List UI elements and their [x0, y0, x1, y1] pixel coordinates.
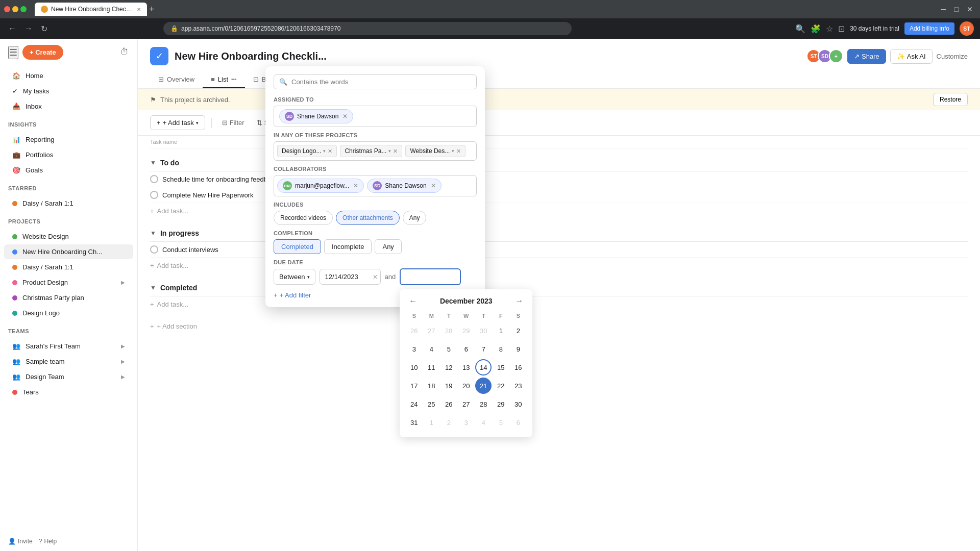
completion-any-btn[interactable]: Any — [375, 239, 401, 254]
cal-day-5[interactable]: 5 — [440, 341, 457, 357]
date-to-input[interactable] — [400, 268, 461, 285]
invite-btn[interactable]: 👤 Invite — [8, 538, 33, 545]
includes-any-btn[interactable]: Any — [403, 211, 427, 225]
cal-day-14-today[interactable]: 14 — [475, 359, 492, 375]
timer-icon[interactable]: ⏱ — [120, 47, 129, 58]
search-icon[interactable]: 🔍 — [795, 24, 805, 34]
win-close[interactable]: ✕ — [964, 4, 976, 14]
cal-day-13[interactable]: 13 — [458, 359, 474, 375]
share-btn[interactable]: ↗ Share — [847, 49, 886, 64]
ask-ai-btn[interactable]: ✨ Ask AI — [890, 49, 933, 64]
window-max-btn[interactable] — [20, 6, 27, 12]
win-restore[interactable]: □ — [951, 4, 962, 14]
completion-incomplete-btn[interactable]: Incomplete — [324, 239, 372, 254]
url-bar[interactable]: 🔒 app.asana.com/0/1206165972552086/12061… — [163, 22, 572, 35]
cal-day-3[interactable]: 3 — [406, 341, 422, 357]
user-avatar[interactable]: ST — [960, 21, 974, 36]
cal-day-28[interactable]: 28 — [475, 396, 492, 412]
cal-day-31[interactable]: 31 — [406, 414, 422, 431]
cal-day-26-nov[interactable]: 26 — [406, 322, 422, 339]
cal-day-6-jan[interactable]: 6 — [510, 414, 526, 431]
between-select[interactable]: Between ▾ — [274, 269, 315, 285]
bookmark-icon[interactable]: ☆ — [826, 24, 833, 34]
cal-day-19[interactable]: 19 — [440, 378, 457, 394]
customize-btn[interactable]: Customize — [937, 53, 968, 60]
task-check-t3[interactable] — [150, 245, 158, 254]
cal-day-16[interactable]: 16 — [510, 359, 526, 375]
cal-day-26[interactable]: 26 — [440, 396, 457, 412]
sidebar-item-sample-team[interactable]: 👥 Sample team ▶ — [4, 354, 133, 369]
active-tab[interactable]: New Hire Onboarding Checkli... ✕ — [35, 3, 147, 16]
forward-btn[interactable]: → — [22, 22, 35, 35]
cal-day-4[interactable]: 4 — [423, 341, 439, 357]
cal-day-1[interactable]: 1 — [493, 322, 509, 339]
includes-other-attachments-btn[interactable]: Other attachments — [336, 211, 400, 225]
sidebar-item-portfolios[interactable]: 💼 Portfolios — [4, 147, 133, 162]
extensions-icon[interactable]: 🧩 — [811, 24, 821, 34]
section-todo-toggle[interactable]: ▼ — [150, 159, 156, 166]
sidebar-item-daisy-sarah-2[interactable]: Daisy / Sarah 1:1 — [4, 260, 133, 274]
sidebar-item-daisy-sarah[interactable]: Daisy / Sarah 1:1 — [4, 196, 133, 211]
includes-recorded-videos-btn[interactable]: Recorded videos — [274, 211, 333, 225]
cal-day-8[interactable]: 8 — [493, 341, 509, 357]
create-btn[interactable]: + Create — [22, 45, 63, 60]
menu-toggle-btn[interactable]: ☰ — [8, 46, 18, 59]
sidebar-item-home[interactable]: 🏠 Home — [4, 68, 133, 83]
cal-day-29[interactable]: 29 — [493, 396, 509, 412]
cal-day-9[interactable]: 9 — [510, 341, 526, 357]
tab-overview[interactable]: ⊞ Overview — [150, 71, 203, 88]
window-min-btn[interactable] — [12, 6, 18, 12]
cal-day-3-jan[interactable]: 3 — [458, 414, 474, 431]
cal-day-2[interactable]: 2 — [510, 322, 526, 339]
section-completed-toggle[interactable]: ▼ — [150, 284, 156, 291]
date-from-input[interactable] — [320, 269, 381, 285]
cal-day-20[interactable]: 20 — [458, 378, 474, 394]
completion-completed-btn[interactable]: Completed — [274, 239, 321, 254]
date-from-clear-btn[interactable]: ✕ — [373, 273, 378, 281]
sidebar-item-goals[interactable]: 🎯 Goals — [4, 163, 133, 178]
filter-btn[interactable]: ⊟ Filter — [218, 116, 249, 129]
cal-day-22[interactable]: 22 — [493, 378, 509, 394]
project-tag-remove-design-logo[interactable]: ✕ — [328, 148, 332, 155]
task-check-t2[interactable] — [150, 191, 158, 199]
cal-day-7[interactable]: 7 — [475, 341, 492, 357]
cal-day-11[interactable]: 11 — [423, 359, 439, 375]
cal-day-23[interactable]: 23 — [510, 378, 526, 394]
billing-btn[interactable]: Add billing info — [904, 22, 954, 35]
cal-next-btn[interactable]: → — [512, 295, 526, 307]
contains-words-input[interactable] — [291, 78, 471, 86]
cal-day-12[interactable]: 12 — [440, 359, 457, 375]
sidebar-item-my-tasks[interactable]: ✓ My tasks — [4, 84, 133, 98]
sidebar-item-design-team[interactable]: 👥 Design Team ▶ — [4, 369, 133, 384]
cal-day-1-jan[interactable]: 1 — [423, 414, 439, 431]
cal-prev-btn[interactable]: ← — [406, 295, 420, 307]
section-inprogress-toggle[interactable]: ▼ — [150, 230, 156, 237]
cal-day-28-nov[interactable]: 28 — [440, 322, 457, 339]
add-task-btn[interactable]: + + Add task ▾ — [150, 115, 205, 130]
sidebar-item-christmas-party[interactable]: Christmas Party plan — [4, 290, 133, 305]
cal-day-30[interactable]: 30 — [510, 396, 526, 412]
cal-day-25[interactable]: 25 — [423, 396, 439, 412]
cal-day-30-nov[interactable]: 30 — [475, 322, 492, 339]
cal-day-10[interactable]: 10 — [406, 359, 422, 375]
sidebar-item-inbox[interactable]: 📥 Inbox — [4, 99, 133, 114]
back-btn[interactable]: ← — [6, 22, 18, 35]
project-tag-remove-christmas[interactable]: ✕ — [393, 148, 398, 155]
sidebar-item-website-design[interactable]: Website Design — [4, 229, 133, 244]
cal-day-15[interactable]: 15 — [493, 359, 509, 375]
tab-close-btn[interactable]: ✕ — [137, 7, 141, 12]
window-close-btn[interactable] — [4, 6, 10, 12]
cal-day-6[interactable]: 6 — [458, 341, 474, 357]
collaborator-shane-remove-btn[interactable]: ✕ — [431, 182, 436, 189]
project-tag-website[interactable]: Website Des... ▾ ✕ — [405, 145, 465, 157]
project-tag-christmas[interactable]: Christmas Pa... ▾ ✕ — [340, 145, 402, 157]
sidebar-item-tears[interactable]: Tears — [4, 385, 133, 399]
collaborator-marjun-remove-btn[interactable]: ✕ — [353, 182, 358, 189]
restore-btn[interactable]: Restore — [933, 93, 968, 106]
cal-day-21-selected[interactable]: 21 — [475, 378, 492, 394]
cal-day-18[interactable]: 18 — [423, 378, 439, 394]
cal-day-2-jan[interactable]: 2 — [440, 414, 457, 431]
sidebar-item-new-hire[interactable]: New Hire Onboarding Ch... — [4, 244, 133, 259]
project-tag-remove-website[interactable]: ✕ — [456, 148, 461, 155]
assignee-remove-btn[interactable]: ✕ — [342, 113, 348, 120]
